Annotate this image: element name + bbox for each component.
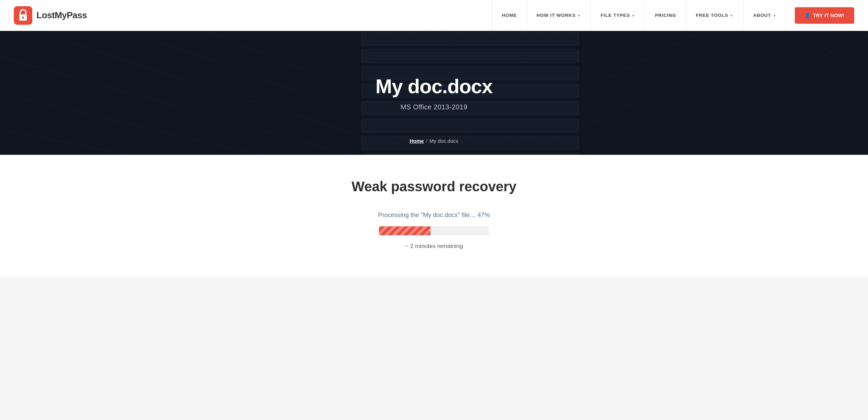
svg-line-19 — [0, 31, 362, 115]
chevron-down-icon: ▼ — [577, 14, 581, 18]
breadcrumb: Home / My doc.docx — [410, 138, 458, 144]
breadcrumb-separator: / — [426, 138, 427, 144]
breadcrumb-home-link[interactable]: Home — [410, 138, 424, 144]
svg-line-22 — [0, 93, 362, 155]
hero-title: My doc.docx — [376, 75, 492, 98]
svg-point-2 — [22, 17, 24, 19]
main-nav: HOME HOW IT WORKS ▼ FILE TYPES ▼ PRICING… — [492, 0, 854, 31]
svg-rect-14 — [362, 154, 579, 155]
svg-rect-12 — [362, 119, 579, 132]
svg-line-28 — [579, 35, 868, 155]
processing-text: Processing the "My doc.docx" file… 47% — [378, 212, 490, 219]
progress-bar-fill — [379, 226, 431, 235]
nav-item-file-types[interactable]: FILE TYPES ▼ — [591, 0, 645, 31]
svg-rect-8 — [362, 50, 579, 63]
nav-item-free-tools[interactable]: FREE TOOLS ▼ — [686, 0, 744, 31]
svg-line-23 — [0, 129, 362, 155]
chevron-down-icon: ▼ — [730, 14, 734, 18]
site-header: LostMyPass HOME HOW IT WORKS ▼ FILE TYPE… — [0, 0, 868, 31]
nav-item-about[interactable]: ABOUT ▼ — [744, 0, 786, 31]
logo-icon — [14, 6, 32, 25]
svg-line-18 — [0, 31, 362, 93]
section-title: Weak password recovery — [351, 179, 517, 194]
logo[interactable]: LostMyPass — [14, 6, 87, 25]
chevron-down-icon: ▼ — [632, 14, 636, 18]
logo-text: LostMyPass — [36, 10, 87, 21]
svg-rect-13 — [362, 136, 579, 149]
progress-bar-stripes — [379, 226, 431, 235]
hero-content: My doc.docx MS Office 2013-2019 — [376, 75, 492, 111]
svg-line-29 — [579, 78, 868, 155]
svg-line-20 — [0, 31, 362, 136]
user-icon: 👤 — [804, 13, 811, 18]
svg-rect-7 — [362, 32, 579, 45]
time-remaining-text: ~ 2 minutes remaining — [405, 243, 463, 250]
hero-subtitle: MS Office 2013-2019 — [376, 103, 492, 111]
nav-item-home[interactable]: HOME — [492, 0, 527, 31]
svg-line-26 — [579, 31, 868, 93]
nav-item-pricing[interactable]: PRICING — [645, 0, 686, 31]
svg-line-27 — [579, 31, 868, 129]
try-it-now-button[interactable]: 👤 TRY IT NOW! — [795, 7, 854, 24]
hero-section: My doc.docx MS Office 2013-2019 Home / M… — [0, 31, 868, 155]
main-content: Weak password recovery Processing the "M… — [0, 155, 868, 277]
chevron-down-icon: ▼ — [773, 14, 777, 18]
progress-bar-container — [379, 226, 489, 235]
nav-item-how-it-works[interactable]: HOW IT WORKS ▼ — [527, 0, 591, 31]
breadcrumb-current-page: My doc.docx — [430, 138, 458, 144]
processing-area: Processing the "My doc.docx" file… 47% ~… — [314, 212, 554, 250]
